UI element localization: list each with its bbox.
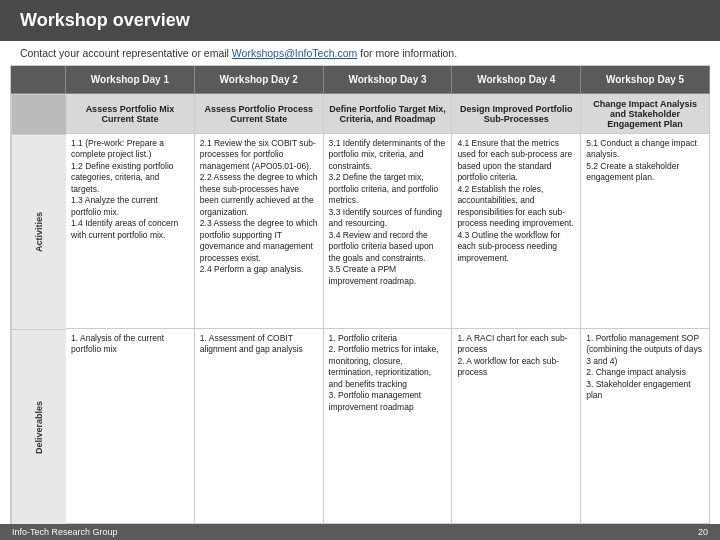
col-header-day3: Workshop Day 3 <box>324 66 453 94</box>
corner-cell <box>11 66 66 94</box>
col-header-day2: Workshop Day 2 <box>195 66 324 94</box>
deliverables-day2: 1. Assessment of COBIT alignment and gap… <box>195 329 324 524</box>
email-link[interactable]: Workshops@InfoTech.com <box>232 47 357 59</box>
subheader: Contact your account representative or e… <box>0 41 720 65</box>
activities-row-label: Activities <box>11 134 66 329</box>
col-header-day1: Workshop Day 1 <box>66 66 195 94</box>
activities-day2: 2.1 Review the six COBIT sub-processes f… <box>195 134 324 329</box>
activities-day1: 1.1 (Pre-work: Prepare a complete projec… <box>66 134 195 329</box>
deliverables-day4: 1. A RACI chart for each sub-process 2. … <box>452 329 581 524</box>
footer: Info-Tech Research Group 20 <box>0 524 720 540</box>
activities-day4: 4.1 Ensure that the metrics used for eac… <box>452 134 581 329</box>
objective-row-label <box>11 94 66 134</box>
objective-day1: Assess Portfolio Mix Current State <box>66 94 195 134</box>
deliverables-day1: 1. Analysis of the current portfolio mix <box>66 329 195 524</box>
activities-day5: 5.1 Conduct a change impact analysis. 5.… <box>581 134 710 329</box>
footer-brand: Info-Tech Research Group <box>12 527 118 537</box>
objective-day2: Assess Portfolio Process Current State <box>195 94 324 134</box>
col-header-day4: Workshop Day 4 <box>452 66 581 94</box>
deliverables-row-label: Deliverables <box>11 329 66 524</box>
table-container: Workshop Day 1 Workshop Day 2 Workshop D… <box>0 65 720 524</box>
deliverables-day3: 1. Portfolio criteria 2. Portfolio metri… <box>324 329 453 524</box>
deliverables-day5: 1. Portfolio management SOP (combining t… <box>581 329 710 524</box>
objective-day4: Design Improved Portfolio Sub-Processes <box>452 94 581 134</box>
activities-day3: 3.1 Identify determinants of the portfol… <box>324 134 453 329</box>
objective-day3: Define Portfolio Target Mix, Criteria, a… <box>324 94 453 134</box>
col-header-day5: Workshop Day 5 <box>581 66 710 94</box>
page: Workshop overview Contact your account r… <box>0 0 720 540</box>
page-title: Workshop overview <box>0 0 720 41</box>
objective-day5: Change Impact Analysis and Stakeholder E… <box>581 94 710 134</box>
footer-page-number: 20 <box>698 527 708 537</box>
main-grid: Workshop Day 1 Workshop Day 2 Workshop D… <box>10 65 710 524</box>
